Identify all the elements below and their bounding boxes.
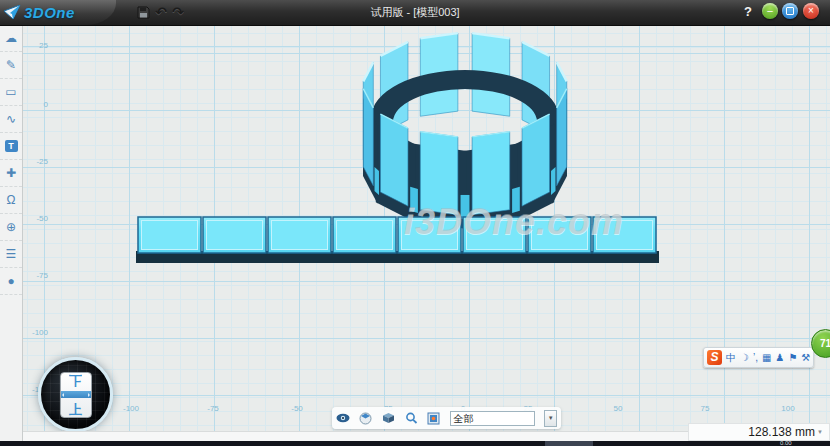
skin-icon[interactable]: ⚑: [788, 353, 797, 363]
bar-model[interactable]: [136, 217, 659, 263]
punctuation-icon[interactable]: ’,: [753, 353, 758, 363]
maximize-button[interactable]: [782, 3, 798, 19]
sidebar-item-text-3d[interactable]: T: [0, 133, 22, 160]
ring-model[interactable]: [363, 33, 567, 229]
sidebar-item-special-features[interactable]: ∿: [0, 106, 22, 133]
left-toolbar: ☁✎▭∿T✚Ω⊕☰●: [0, 25, 23, 441]
sidebar-item-move[interactable]: ✚: [0, 160, 22, 187]
sidebar-item-render[interactable]: ●: [0, 268, 22, 295]
view-orientation-icon[interactable]: [359, 411, 373, 425]
display-mode-icon[interactable]: [382, 411, 396, 425]
sidebar-item-sketch[interactable]: ✎: [0, 52, 22, 79]
render-settings-icon[interactable]: [427, 411, 441, 425]
sidebar-item-materials[interactable]: ☰: [0, 241, 22, 268]
render-icon: ●: [7, 274, 14, 288]
view-orientation-button[interactable]: 上 上: [38, 357, 113, 432]
measurement-dropdown-icon[interactable]: ▼: [817, 429, 823, 435]
window-title: 试用版 - [模型003]: [0, 5, 830, 20]
sidebar-item-plane[interactable]: ▭: [0, 79, 22, 106]
visibility-eye-icon[interactable]: [336, 411, 350, 425]
zoom-icon[interactable]: [404, 411, 418, 425]
sidebar-item-community[interactable]: ⊕: [0, 214, 22, 241]
view-label-mirrored: 上: [69, 374, 82, 387]
taskbar: 0.00: [0, 441, 830, 446]
close-button[interactable]: ×: [803, 3, 819, 19]
models-library-icon: ☁: [5, 31, 17, 45]
sidebar-item-models-library[interactable]: ☁: [0, 25, 22, 52]
special-features-icon: ∿: [6, 112, 16, 126]
measurement-value: 128.138 mm: [748, 425, 815, 439]
taskbar-active-app[interactable]: [545, 441, 593, 446]
sogou-logo[interactable]: S: [707, 350, 722, 365]
view-divider: [61, 391, 91, 398]
moon-mode-icon[interactable]: ☽: [740, 353, 749, 363]
taskbar-value: 0.00: [780, 440, 792, 446]
maximize-icon: [786, 7, 794, 15]
title-bar: 3DOne ↶ ↷ 试用版 - [模型003] ? – ×: [0, 0, 830, 26]
sidebar-item-magnet-assembly[interactable]: Ω: [0, 187, 22, 214]
view-label: 上: [69, 403, 82, 416]
filter-dropdown[interactable]: 全部: [450, 411, 536, 426]
chinese-mode-icon[interactable]: 中: [726, 353, 736, 363]
move-icon: ✚: [6, 166, 16, 180]
plane-icon: ▭: [5, 85, 16, 99]
soft-keyboard-icon[interactable]: ▦: [762, 353, 771, 363]
text-3d-icon: T: [5, 140, 18, 152]
help-button[interactable]: ?: [744, 4, 752, 19]
sketch-icon: ✎: [6, 58, 16, 72]
viewport-canvas[interactable]: i3DOne.com 250-25-50-75-100-125-125-100-…: [22, 25, 830, 431]
magnet-assembly-icon: Ω: [7, 193, 16, 207]
input-method-bar: S 中☽’,▦♟⚑⚒: [703, 347, 814, 368]
filter-dropdown-arrow[interactable]: ▼: [544, 410, 557, 427]
model-3d[interactable]: [22, 25, 830, 431]
input-tools-icon[interactable]: ♟: [775, 353, 784, 363]
settings-wrench-icon[interactable]: ⚒: [801, 353, 810, 363]
display-toolbar: 全部 ▼: [332, 407, 561, 429]
measurement-chip: 128.138 mm ▼: [688, 423, 830, 441]
minimize-button[interactable]: –: [762, 3, 778, 19]
materials-icon: ☰: [6, 247, 17, 261]
community-icon: ⊕: [6, 220, 16, 234]
view-cube-icon: 上 上: [60, 372, 92, 418]
